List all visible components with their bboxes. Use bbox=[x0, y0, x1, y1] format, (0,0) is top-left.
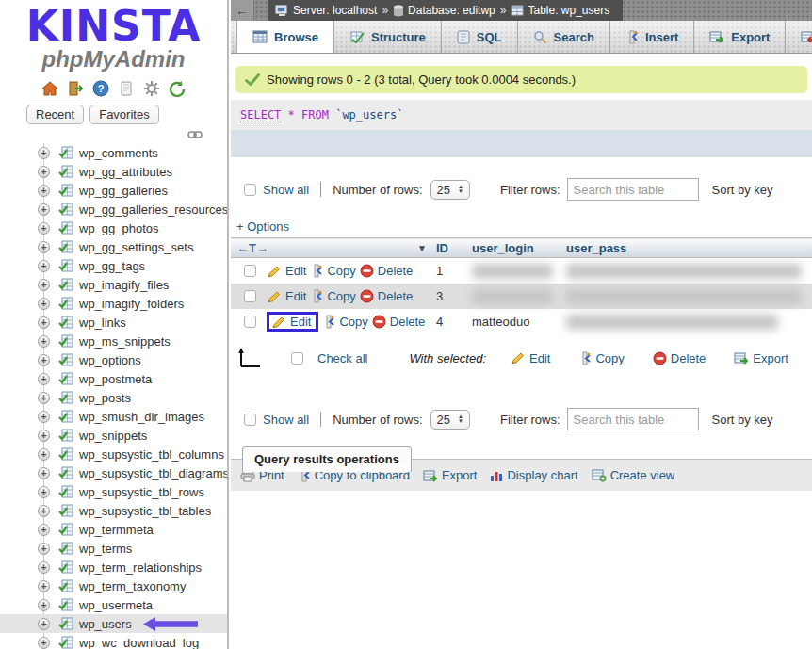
table-name-label[interactable]: wp_gg_settings_sets bbox=[79, 240, 193, 254]
operation-create-view[interactable]: Create view bbox=[592, 468, 675, 482]
sidebar-item-wp_term_taxonomy[interactable]: +wp_term_taxonomy bbox=[0, 576, 227, 595]
sidebar-item-wp_gg_photos[interactable]: +wp_gg_photos bbox=[0, 219, 227, 237]
expand-icon[interactable]: + bbox=[38, 467, 50, 479]
expand-icon[interactable]: + bbox=[38, 448, 50, 461]
favorites-button[interactable]: Favorites bbox=[89, 105, 158, 124]
sidebar-item-wp_postmeta[interactable]: +wp_postmeta bbox=[0, 369, 227, 388]
row-action-edit[interactable]: Edit bbox=[267, 289, 306, 303]
row-checkbox[interactable] bbox=[244, 290, 256, 302]
show-all-link[interactable]: Show all bbox=[263, 413, 309, 427]
breadcrumb-table[interactable]: Table: wp_users bbox=[511, 4, 609, 17]
with-selected-export-button[interactable]: Export bbox=[734, 351, 788, 365]
table-name-label[interactable]: wp_supsystic_tbl_diagrams bbox=[79, 466, 229, 480]
sidebar-item-wp_imagify_files[interactable]: +wp_imagify_files bbox=[0, 275, 227, 294]
with-selected-edit-button[interactable]: Edit bbox=[511, 351, 550, 365]
expand-icon[interactable]: + bbox=[38, 354, 50, 366]
table-name-label[interactable]: wp_users bbox=[79, 617, 132, 631]
expand-columns-icon[interactable]: ←T→ bbox=[236, 241, 268, 255]
sidebar-item-wp_snippets[interactable]: +wp_snippets bbox=[0, 426, 227, 445]
table-name-label[interactable]: wp_term_relationships bbox=[79, 560, 202, 575]
sidebar-item-wp_ms_snippets[interactable]: +wp_ms_snippets bbox=[0, 332, 227, 350]
options-toggle-link[interactable]: + Options bbox=[236, 219, 289, 234]
expand-icon[interactable]: + bbox=[38, 618, 50, 630]
sidebar-item-wp_supsystic_tbl_rows[interactable]: +wp_supsystic_tbl_rows bbox=[0, 482, 227, 501]
table-name-label[interactable]: wp_postmeta bbox=[79, 372, 152, 386]
sidebar-item-wp_wc_download_log[interactable]: +wp_wc_download_log bbox=[0, 633, 227, 649]
expand-icon[interactable]: + bbox=[38, 524, 50, 536]
column-header-id[interactable]: ID bbox=[436, 238, 472, 258]
expand-icon[interactable]: + bbox=[38, 505, 50, 517]
refresh-icon[interactable] bbox=[168, 79, 187, 98]
row-action-delete[interactable]: Delete bbox=[372, 315, 426, 329]
table-name-label[interactable]: wp_gg_galleries_resources bbox=[79, 203, 228, 217]
tab-import[interactable]: Import bbox=[786, 21, 812, 53]
row-action-copy[interactable]: Copy bbox=[322, 315, 367, 329]
table-name-label[interactable]: wp_supsystic_tbl_rows bbox=[79, 485, 204, 499]
settings-icon[interactable] bbox=[142, 79, 161, 98]
breadcrumb-server[interactable]: Server: localhost bbox=[275, 4, 377, 17]
sidebar-item-wp_supsystic_tbl_columns[interactable]: +wp_supsystic_tbl_columns bbox=[0, 445, 227, 463]
table-name-label[interactable]: wp_imagify_files bbox=[79, 278, 169, 292]
home-icon[interactable] bbox=[41, 79, 59, 98]
table-name-label[interactable]: wp_usermeta bbox=[79, 598, 153, 612]
expand-icon[interactable]: + bbox=[38, 147, 50, 159]
with-selected-delete-button[interactable]: Delete bbox=[653, 351, 706, 365]
sidebar-item-wp_imagify_folders[interactable]: +wp_imagify_folders bbox=[0, 294, 227, 313]
sidebar-item-wp_usermeta[interactable]: +wp_usermeta bbox=[0, 595, 227, 614]
sidebar-item-wp_termmeta[interactable]: +wp_termmeta bbox=[0, 520, 227, 539]
sidebar-item-wp_options[interactable]: +wp_options bbox=[0, 350, 227, 369]
breadcrumb-database[interactable]: Database: editwp bbox=[393, 4, 495, 17]
table-name-label[interactable]: wp_posts bbox=[79, 391, 131, 405]
sidebar-item-wp_terms[interactable]: +wp_terms bbox=[0, 539, 227, 558]
operation-display-chart[interactable]: Display chart bbox=[490, 468, 577, 482]
sidebar-item-wp_posts[interactable]: +wp_posts bbox=[0, 388, 227, 407]
sidebar-item-wp_gg_galleries[interactable]: +wp_gg_galleries bbox=[0, 181, 227, 200]
expand-icon[interactable]: + bbox=[38, 185, 50, 197]
expand-icon[interactable]: + bbox=[38, 298, 50, 310]
table-name-label[interactable]: wp_ms_snippets bbox=[79, 334, 171, 349]
number-of-rows-select[interactable]: 25▲▼ bbox=[430, 180, 470, 200]
help-icon[interactable]: ? bbox=[91, 79, 110, 98]
logout-icon[interactable] bbox=[66, 79, 85, 98]
expand-icon[interactable]: + bbox=[38, 279, 50, 291]
expand-icon[interactable]: + bbox=[38, 599, 50, 611]
table-name-label[interactable]: wp_wc_download_log bbox=[79, 636, 199, 649]
stepper-icon[interactable]: ▲▼ bbox=[458, 414, 463, 424]
with-selected-copy-button[interactable]: Copy bbox=[578, 351, 624, 365]
table-name-label[interactable]: wp_imagify_folders bbox=[79, 297, 184, 311]
check-all-checkbox[interactable] bbox=[291, 352, 303, 365]
expand-icon[interactable]: + bbox=[38, 561, 50, 574]
expand-icon[interactable]: + bbox=[38, 430, 50, 442]
table-name-label[interactable]: wp_gg_photos bbox=[79, 221, 159, 235]
filter-rows-input[interactable] bbox=[567, 408, 699, 430]
table-name-label[interactable]: wp_term_taxonomy bbox=[79, 579, 186, 593]
show-all-checkbox[interactable] bbox=[244, 184, 256, 196]
filter-rows-input[interactable] bbox=[567, 178, 699, 201]
stepper-icon[interactable]: ▲▼ bbox=[458, 185, 463, 194]
table-name-label[interactable]: wp_smush_dir_images bbox=[79, 410, 204, 424]
expand-icon[interactable]: + bbox=[38, 392, 50, 404]
brand-logo[interactable]: KINSTA phpMyAdmin bbox=[0, 0, 227, 71]
sort-caret-icon[interactable]: ▼ bbox=[417, 243, 427, 253]
table-name-label[interactable]: wp_gg_attributes bbox=[79, 165, 172, 179]
expand-icon[interactable]: + bbox=[38, 203, 50, 216]
sidebar-item-wp_gg_galleries_resources[interactable]: +wp_gg_galleries_resources bbox=[0, 200, 227, 219]
row-checkbox[interactable] bbox=[244, 265, 256, 277]
expand-icon[interactable]: + bbox=[38, 543, 50, 555]
row-checkbox[interactable] bbox=[244, 316, 256, 328]
row-action-edit[interactable]: Edit bbox=[267, 264, 306, 278]
sidebar-item-wp_users[interactable]: +wp_users bbox=[0, 614, 227, 633]
column-header-user-login[interactable]: user_login bbox=[472, 238, 566, 258]
sort-by-key-label[interactable]: Sort by key bbox=[712, 183, 773, 197]
tab-structure[interactable]: Structure bbox=[334, 21, 442, 53]
tab-insert[interactable]: Insert bbox=[610, 21, 694, 53]
show-all-link[interactable]: Show all bbox=[263, 183, 309, 197]
table-name-label[interactable]: wp_comments bbox=[79, 146, 158, 160]
row-action-delete[interactable]: Delete bbox=[360, 289, 414, 303]
expand-icon[interactable]: + bbox=[38, 373, 50, 385]
table-name-label[interactable]: wp_options bbox=[79, 353, 141, 367]
table-name-label[interactable]: wp_termmeta bbox=[79, 523, 154, 537]
expand-icon[interactable]: + bbox=[38, 316, 50, 329]
sort-by-key-label[interactable]: Sort by key bbox=[712, 413, 773, 427]
expand-icon[interactable]: + bbox=[38, 411, 50, 423]
